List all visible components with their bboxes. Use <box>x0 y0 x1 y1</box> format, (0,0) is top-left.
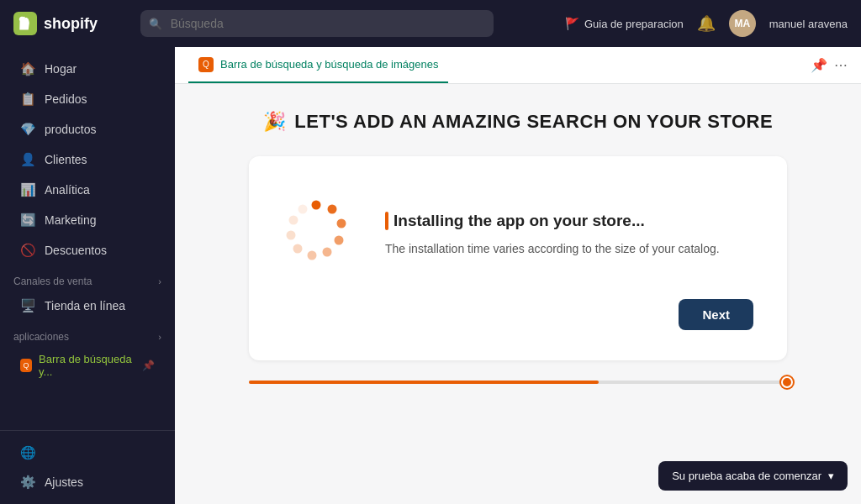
topbar: shopify 🚩 Guia de preparacion 🔔 MA manue… <box>0 0 861 47</box>
avatar[interactable]: MA <box>729 10 756 37</box>
orange-bar <box>385 212 388 230</box>
shopify-icon <box>13 12 37 35</box>
installing-description: The installation time varies according t… <box>385 240 753 258</box>
guide-button[interactable]: 🚩 Guia de preparacion <box>565 17 684 30</box>
svg-point-6 <box>293 244 303 254</box>
notification-bell-icon[interactable]: 🔔 <box>697 14 716 33</box>
svg-point-5 <box>308 251 317 260</box>
orders-icon: 📋 <box>20 92 36 107</box>
content-area: Q Barra de búsqueda y búsqueda de imágen… <box>175 47 861 504</box>
card-text: Installing the app on your store... The … <box>385 212 753 258</box>
progress-dot <box>781 376 793 388</box>
svg-point-1 <box>328 205 337 214</box>
sidebar-item-label: Hogar <box>45 62 77 76</box>
products-icon: 💎 <box>20 122 36 137</box>
marketing-icon: 🔄 <box>20 213 36 228</box>
search-bar[interactable] <box>140 10 494 37</box>
sidebar-item-label: Clientes <box>45 153 87 166</box>
svg-point-8 <box>289 216 298 225</box>
topbar-right: 🚩 Guia de preparacion 🔔 MA manuel araven… <box>565 10 848 37</box>
pin-tab-icon[interactable]: 📌 <box>811 57 827 73</box>
sidebar-item-analitica[interactable]: 📊 Analítica <box>7 176 168 204</box>
sidebar-bottom: 🌐 ⚙️ Ajustes <box>0 430 175 497</box>
trial-banner[interactable]: Su prueba acaba de comenzar ▾ <box>658 461 848 491</box>
installing-label: Installing the app on your store... <box>394 212 645 230</box>
spinner-icon: .spin-anim { transform-origin: 40px 40px… <box>283 197 350 264</box>
svg-point-9 <box>298 205 308 214</box>
apps-label: aplicaciones <box>13 331 69 343</box>
settings-icon: ⚙️ <box>20 475 36 490</box>
chevron-down-icon: ▾ <box>828 470 834 482</box>
progress-fill <box>249 381 599 384</box>
svg-point-7 <box>287 231 296 240</box>
tab-label: Barra de búsqueda y búsqueda de imágenes <box>220 58 438 71</box>
sidebar-item-label: Marketing <box>45 213 96 227</box>
username: manuel aravena <box>769 18 848 30</box>
sidebar-item-clientes[interactable]: 👤 Clientes <box>7 145 168 174</box>
more-options-icon[interactable]: ⋯ <box>834 57 848 73</box>
avatar-initials: MA <box>734 18 750 29</box>
sidebar: 🏠 Hogar 📋 Pedidos 💎 productos 👤 Clientes… <box>0 47 175 504</box>
sales-channels-section: Canales de venta › <box>0 265 175 291</box>
svg-point-0 <box>312 201 321 210</box>
title-emoji: 🎉 <box>263 111 287 133</box>
search-input[interactable] <box>140 10 494 37</box>
sidebar-item-barra[interactable]: Q Barra de búsqueda y... 📌 <box>7 347 168 384</box>
customers-icon: 👤 <box>20 152 36 167</box>
sidebar-item-label: Descuentos <box>45 244 107 257</box>
tab-barra[interactable]: Q Barra de búsqueda y búsqueda de imágen… <box>188 47 448 83</box>
app-icon: Q <box>20 359 32 372</box>
analytics-icon: 📊 <box>20 182 36 197</box>
trial-label: Su prueba acaba de comenzar <box>672 470 821 482</box>
sidebar-item-marketing[interactable]: 🔄 Marketing <box>7 206 168 234</box>
spinner-container: .spin-anim { transform-origin: 40px 40px… <box>283 197 358 272</box>
sidebar-item-descuentos[interactable]: 🚫 Descuentos <box>7 236 168 265</box>
sidebar-app-label: Barra de búsqueda y... <box>39 353 135 378</box>
sidebar-item-settings[interactable]: ⚙️ Ajustes <box>7 468 168 496</box>
sales-channels-label: Canales de venta <box>13 276 92 287</box>
help-icon: 🌐 <box>20 445 36 460</box>
title-text: LET'S ADD AN AMAZING SEARCH ON YOUR STOR… <box>294 111 773 133</box>
content-wrapper: Q Barra de búsqueda y búsqueda de imágen… <box>175 47 861 504</box>
installing-heading: Installing the app on your store... <box>385 212 753 230</box>
sidebar-item-label: Tienda en línea <box>45 299 125 312</box>
sidebar-item-label: Ajustes <box>45 475 83 489</box>
tab-app-icon: Q <box>198 57 214 72</box>
sidebar-item-tienda[interactable]: 🖥️ Tienda en línea <box>7 291 168 320</box>
pin-icon: 📌 <box>142 360 155 371</box>
progress-section <box>249 381 787 384</box>
guide-label: Guia de preparacion <box>584 18 684 30</box>
sidebar-item-pedidos[interactable]: 📋 Pedidos <box>7 85 168 113</box>
svg-point-2 <box>337 219 346 228</box>
card-body: .spin-anim { transform-origin: 40px 40px… <box>283 197 753 272</box>
page-content: 🎉 LET'S ADD AN AMAZING SEARCH ON YOUR ST… <box>175 84 861 504</box>
progress-track <box>249 381 787 384</box>
logo-text: shopify <box>44 15 98 33</box>
store-icon: 🖥️ <box>20 298 36 313</box>
chevron-right-icon[interactable]: › <box>158 332 161 342</box>
discounts-icon: 🚫 <box>20 243 36 258</box>
apps-section: aplicaciones › <box>0 321 175 346</box>
sidebar-item-label: productos <box>45 123 96 136</box>
main-layout: 🏠 Hogar 📋 Pedidos 💎 productos 👤 Clientes… <box>0 47 861 504</box>
chevron-right-icon[interactable]: › <box>158 276 161 286</box>
sidebar-item-productos[interactable]: 💎 productos <box>7 115 168 144</box>
logo[interactable]: shopify <box>13 12 98 35</box>
page-title: 🎉 LET'S ADD AN AMAZING SEARCH ON YOUR ST… <box>263 111 773 133</box>
tab-bar: Q Barra de búsqueda y búsqueda de imágen… <box>175 47 861 84</box>
svg-point-3 <box>335 236 344 245</box>
home-icon: 🏠 <box>20 61 36 76</box>
install-card: .spin-anim { transform-origin: 40px 40px… <box>249 156 787 360</box>
tab-actions: 📌 ⋯ <box>811 57 848 73</box>
svg-point-4 <box>323 248 332 257</box>
flag-icon: 🚩 <box>565 17 579 30</box>
sidebar-item-label: Pedidos <box>45 92 87 106</box>
next-button[interactable]: Next <box>679 299 753 330</box>
sidebar-item-help[interactable]: 🌐 <box>7 438 168 467</box>
sidebar-item-hogar[interactable]: 🏠 Hogar <box>7 55 168 83</box>
sidebar-item-label: Analítica <box>45 183 90 197</box>
